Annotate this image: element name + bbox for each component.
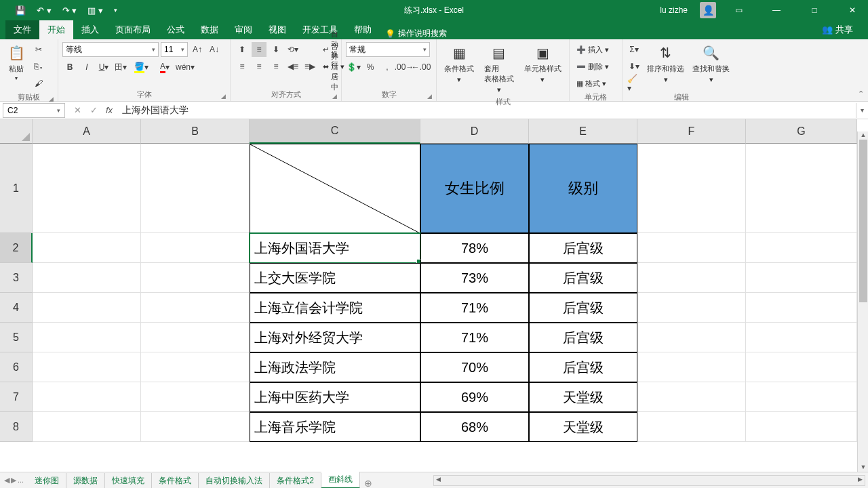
cell[interactable] bbox=[33, 352, 141, 382]
cell-styles-button[interactable]: ▣单元格样式▾ bbox=[521, 42, 564, 85]
qat-customize-icon[interactable]: ▥ ▾ bbox=[85, 5, 106, 16]
user-avatar-icon[interactable]: 👤 bbox=[700, 2, 716, 18]
row-header-5[interactable]: 5 bbox=[0, 323, 33, 352]
col-header-b[interactable]: B bbox=[141, 119, 250, 144]
cell[interactable] bbox=[33, 293, 141, 323]
delete-cells-button[interactable]: ➖删除▾ bbox=[574, 59, 612, 74]
cell[interactable] bbox=[746, 293, 857, 323]
cell[interactable] bbox=[141, 412, 250, 442]
collapse-ribbon-icon[interactable]: ⌃ bbox=[858, 89, 864, 98]
user-name[interactable]: lu zizhe bbox=[660, 5, 688, 15]
sheet-nav-prev-icon[interactable]: ◀ bbox=[4, 476, 9, 485]
cell-e8[interactable]: 天堂级 bbox=[529, 412, 637, 442]
font-name-combo[interactable]: 等线▾ bbox=[62, 42, 159, 57]
cell[interactable] bbox=[637, 293, 746, 323]
ribbon-display-icon[interactable]: ▭ bbox=[723, 0, 754, 20]
col-header-f[interactable]: F bbox=[637, 119, 746, 144]
scrollbar-thumb[interactable] bbox=[859, 140, 867, 302]
cell[interactable] bbox=[33, 233, 141, 263]
italic-button[interactable]: I bbox=[79, 60, 94, 75]
currency-icon[interactable]: 💲▾ bbox=[346, 60, 361, 75]
cell-d3[interactable]: 73% bbox=[420, 263, 529, 293]
scroll-up-icon[interactable]: ▲ bbox=[859, 131, 867, 140]
scroll-right-icon[interactable]: ▶ bbox=[855, 476, 865, 485]
cell[interactable] bbox=[141, 233, 250, 263]
align-left-icon[interactable]: ≡ bbox=[235, 59, 250, 74]
cell[interactable] bbox=[746, 352, 857, 382]
sheet-nav-next-icon[interactable]: ▶ bbox=[11, 476, 16, 485]
cell[interactable] bbox=[746, 412, 857, 442]
tab-formula[interactable]: 公式 bbox=[159, 20, 193, 39]
find-select-button[interactable]: 🔍查找和替换▾ bbox=[690, 42, 732, 85]
orientation-icon[interactable]: ⟲▾ bbox=[285, 42, 300, 57]
cell-d2[interactable]: 78% bbox=[420, 233, 529, 263]
insert-cells-button[interactable]: ➕插入▾ bbox=[574, 42, 612, 57]
cell[interactable] bbox=[637, 233, 746, 263]
cell[interactable] bbox=[746, 323, 857, 352]
fill-icon[interactable]: ⬇▾ bbox=[627, 59, 642, 74]
sort-filter-button[interactable]: ⇅排序和筛选▾ bbox=[644, 42, 687, 85]
minimize-icon[interactable]: — bbox=[761, 0, 792, 20]
scroll-left-icon[interactable]: ◀ bbox=[434, 476, 443, 485]
col-header-c[interactable]: C bbox=[250, 119, 420, 144]
close-icon[interactable]: ✕ bbox=[837, 0, 868, 20]
sheet-tab-diag[interactable]: 画斜线 bbox=[321, 472, 360, 489]
sheet-tab-mini[interactable]: 迷你图 bbox=[28, 473, 66, 489]
bold-button[interactable]: B bbox=[62, 60, 77, 75]
share-button[interactable]: 👥 共享 bbox=[816, 20, 859, 39]
copy-icon[interactable]: ⎘▾ bbox=[31, 59, 46, 74]
number-format-combo[interactable]: 常规▾ bbox=[346, 42, 430, 57]
cell-e1[interactable]: 级别 bbox=[529, 144, 637, 233]
tab-file[interactable]: 文件 bbox=[5, 20, 39, 39]
cell-c6[interactable]: 上海政法学院 bbox=[250, 352, 420, 382]
font-color-button[interactable]: A▾ bbox=[154, 60, 176, 75]
cell-c8[interactable]: 上海音乐学院 bbox=[250, 412, 420, 442]
format-cells-button[interactable]: ▦格式▾ bbox=[574, 76, 612, 91]
align-top-icon[interactable]: ⬆ bbox=[235, 42, 250, 57]
row-header-8[interactable]: 8 bbox=[0, 412, 33, 442]
increase-decimal-icon[interactable]: .00→ bbox=[397, 60, 412, 75]
cell[interactable] bbox=[141, 382, 250, 412]
qat-more-icon[interactable]: ▾ bbox=[111, 7, 120, 14]
sheet-tab-source[interactable]: 源数据 bbox=[66, 473, 105, 489]
cell[interactable] bbox=[637, 412, 746, 442]
sheet-tab-fill[interactable]: 快速填充 bbox=[105, 473, 152, 489]
tab-pagelayout[interactable]: 页面布局 bbox=[107, 20, 159, 39]
row-header-7[interactable]: 7 bbox=[0, 382, 33, 412]
align-middle-icon[interactable]: ≡ bbox=[252, 42, 267, 57]
font-launcher-icon[interactable]: ◢ bbox=[221, 93, 226, 100]
cell-g1[interactable] bbox=[746, 144, 857, 233]
tab-view[interactable]: 视图 bbox=[260, 20, 294, 39]
cell-e7[interactable]: 天堂级 bbox=[529, 382, 637, 412]
autosum-icon[interactable]: Σ▾ bbox=[627, 42, 642, 57]
decrease-font-icon[interactable]: A↓ bbox=[207, 42, 222, 57]
sheet-tab-cf2[interactable]: 条件格式2 bbox=[270, 473, 321, 489]
conditional-format-button[interactable]: ▦条件格式▾ bbox=[441, 42, 477, 85]
cell-c7[interactable]: 上海中医药大学 bbox=[250, 382, 420, 412]
col-header-a[interactable]: A bbox=[33, 119, 141, 144]
cell[interactable] bbox=[33, 382, 141, 412]
sheet-tab-cf[interactable]: 条件格式 bbox=[152, 473, 199, 489]
cell-b1[interactable] bbox=[141, 144, 250, 233]
cut-icon[interactable]: ✂ bbox=[31, 42, 46, 57]
align-center-icon[interactable]: ≡ bbox=[252, 59, 267, 74]
cell[interactable] bbox=[746, 233, 857, 263]
cell-d4[interactable]: 71% bbox=[420, 293, 529, 323]
cell-e2[interactable]: 后宫级 bbox=[529, 233, 637, 263]
row-header-4[interactable]: 4 bbox=[0, 293, 33, 323]
cell[interactable] bbox=[637, 352, 746, 382]
horizontal-scrollbar[interactable]: ◀ ▶ bbox=[433, 475, 865, 486]
cell[interactable] bbox=[141, 263, 250, 293]
tab-home[interactable]: 开始 bbox=[39, 20, 73, 39]
align-bottom-icon[interactable]: ⬇ bbox=[269, 42, 283, 57]
number-launcher-icon[interactable]: ◢ bbox=[427, 93, 432, 100]
tab-data[interactable]: 数据 bbox=[193, 20, 226, 39]
row-header-6[interactable]: 6 bbox=[0, 352, 33, 382]
format-as-table-button[interactable]: ▤套用 表格格式▾ bbox=[481, 42, 517, 96]
cell[interactable] bbox=[637, 382, 746, 412]
clipboard-launcher-icon[interactable]: ◢ bbox=[49, 96, 54, 102]
redo-icon[interactable]: ↷ ▾ bbox=[60, 5, 80, 16]
sheet-nav-more-icon[interactable]: ... bbox=[18, 476, 24, 485]
tell-me-search[interactable]: 💡 操作说明搜索 bbox=[380, 28, 452, 39]
cell-d7[interactable]: 69% bbox=[420, 382, 529, 412]
